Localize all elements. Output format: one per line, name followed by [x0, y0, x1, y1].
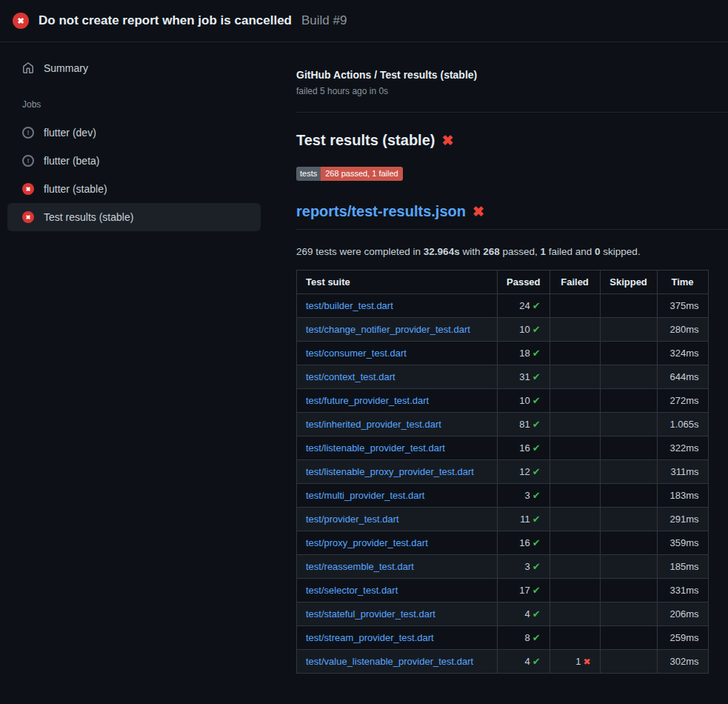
table-row: test/selector_test.dart17✔331ms: [297, 579, 709, 602]
sidebar-item-flutter-beta[interactable]: !flutter (beta): [7, 147, 261, 175]
build-header: ✖ Do not create report when job is cance…: [0, 0, 728, 42]
failed-cell: [550, 413, 600, 436]
job-label: flutter (dev): [44, 127, 96, 139]
failed-cell: [550, 555, 600, 579]
sidebar-item-flutter-stable[interactable]: ✖flutter (stable): [7, 175, 261, 203]
page-layout: Summary Jobs !flutter (dev)!flutter (bet…: [0, 42, 728, 674]
table-row: test/proxy_provider_test.dart16✔359ms: [297, 531, 709, 555]
passed-cell: 4✔: [498, 650, 550, 674]
table-row: test/future_provider_test.dart10✔272ms: [297, 389, 709, 413]
check-icon: ✔: [532, 656, 541, 667]
table-row: test/inherited_provider_test.dart81✔1.06…: [297, 413, 709, 436]
skipped-cell: [600, 626, 657, 650]
suite-cell: test/stateful_provider_test.dart: [297, 602, 498, 626]
failed-cell: [550, 365, 600, 389]
table-row: test/listenable_provider_test.dart16✔322…: [297, 436, 709, 460]
time-cell: 375ms: [657, 294, 708, 318]
time-cell: 206ms: [657, 602, 708, 626]
job-label: flutter (beta): [44, 155, 99, 167]
summary-failed-count: 1: [541, 246, 547, 257]
passed-cell: 3✔: [498, 555, 550, 579]
summary-text: failed and: [546, 246, 595, 257]
table-row: test/stream_provider_test.dart8✔259ms: [297, 626, 709, 650]
passed-cell: 18✔: [498, 342, 550, 365]
suite-link[interactable]: test/selector_test.dart: [306, 585, 398, 596]
section-title-text: Test results (stable): [296, 132, 435, 149]
report-title-link[interactable]: reports/test-results.json: [296, 203, 466, 220]
suite-link[interactable]: test/change_notifier_provider_test.dart: [306, 324, 470, 335]
table-row: test/provider_test.dart11✔291ms: [297, 508, 709, 531]
time-cell: 331ms: [657, 579, 708, 602]
table-row: test/value_listenable_provider_test.dart…: [297, 650, 709, 674]
home-icon: [22, 62, 34, 74]
suite-link[interactable]: test/future_provider_test.dart: [306, 395, 429, 406]
jobs-section-label: Jobs: [22, 99, 281, 110]
failed-cell: [550, 626, 600, 650]
summary-text: passed,: [500, 246, 541, 257]
time-cell: 324ms: [657, 342, 708, 365]
check-icon: ✔: [532, 537, 541, 548]
skipped-cell: [600, 460, 657, 484]
table-row: test/change_notifier_provider_test.dart1…: [297, 318, 709, 342]
suite-cell: test/value_listenable_provider_test.dart: [297, 650, 498, 674]
passed-cell: 10✔: [498, 389, 550, 413]
check-icon: ✔: [532, 348, 541, 359]
table-row: test/stateful_provider_test.dart4✔206ms: [297, 602, 709, 626]
suite-link[interactable]: test/stateful_provider_test.dart: [306, 608, 435, 620]
column-header-passed: Passed: [498, 270, 550, 294]
passed-cell: 24✔: [498, 294, 550, 318]
time-cell: 1.065s: [657, 413, 708, 436]
x-icon: ✖: [583, 657, 590, 667]
suite-link[interactable]: test/builder_test.dart: [306, 300, 393, 311]
sidebar-item-test-results-stable[interactable]: ✖Test results (stable): [7, 203, 261, 231]
suite-link[interactable]: test/provider_test.dart: [306, 514, 399, 525]
suite-link[interactable]: test/value_listenable_provider_test.dart: [306, 656, 473, 667]
time-cell: 183ms: [657, 484, 708, 508]
suite-cell: test/selector_test.dart: [297, 579, 498, 602]
suite-cell: test/provider_test.dart: [297, 508, 498, 531]
time-cell: 644ms: [657, 365, 708, 389]
suite-cell: test/proxy_provider_test.dart: [297, 531, 498, 555]
breadcrumb: GitHub Actions / Test results (stable): [296, 69, 728, 81]
suite-cell: test/context_test.dart: [297, 365, 498, 389]
suite-link[interactable]: test/multi_provider_test.dart: [306, 490, 424, 501]
summary-text: with: [460, 246, 484, 257]
failed-status-icon: ✖: [22, 211, 34, 223]
suite-link[interactable]: test/stream_provider_test.dart: [306, 632, 434, 643]
time-cell: 291ms: [657, 508, 708, 531]
check-icon: ✔: [532, 585, 541, 596]
check-icon: ✔: [532, 371, 541, 382]
failed-cell: [550, 602, 600, 626]
passed-cell: 17✔: [498, 579, 550, 602]
suite-link[interactable]: test/proxy_provider_test.dart: [306, 537, 428, 548]
sidebar-item-summary[interactable]: Summary: [0, 56, 281, 81]
suite-cell: test/stream_provider_test.dart: [297, 626, 498, 650]
suite-link[interactable]: test/consumer_test.dart: [306, 348, 407, 359]
skipped-cell: [600, 413, 657, 436]
time-cell: 259ms: [657, 626, 708, 650]
suite-cell: test/consumer_test.dart: [297, 342, 498, 365]
passed-cell: 16✔: [498, 531, 550, 555]
summary-label: Summary: [44, 62, 88, 74]
failed-cell: [550, 484, 600, 508]
table-row: test/builder_test.dart24✔375ms: [297, 294, 709, 318]
passed-cell: 16✔: [498, 436, 550, 460]
sidebar-item-flutter-dev[interactable]: !flutter (dev): [7, 119, 261, 147]
summary-skipped-count: 0: [595, 246, 601, 257]
suite-link[interactable]: test/listenable_proxy_provider_test.dart: [306, 466, 474, 477]
failed-x-icon: ✖: [472, 205, 484, 219]
passed-cell: 3✔: [498, 484, 550, 508]
table-row: test/listenable_proxy_provider_test.dart…: [297, 460, 709, 484]
suite-link[interactable]: test/context_test.dart: [306, 371, 395, 382]
failed-cell: [550, 531, 600, 555]
suite-link[interactable]: test/listenable_provider_test.dart: [306, 442, 445, 454]
suite-cell: test/change_notifier_provider_test.dart: [297, 318, 498, 342]
report-title: reports/test-results.json ✖: [296, 203, 728, 230]
passed-cell: 81✔: [498, 413, 550, 436]
check-icon: ✔: [532, 442, 541, 454]
suite-link[interactable]: test/reassemble_test.dart: [306, 561, 414, 572]
failed-cell: [550, 460, 600, 484]
suite-link[interactable]: test/inherited_provider_test.dart: [306, 419, 441, 430]
table-row: test/multi_provider_test.dart3✔183ms: [297, 484, 709, 508]
check-icon: ✔: [532, 632, 541, 643]
